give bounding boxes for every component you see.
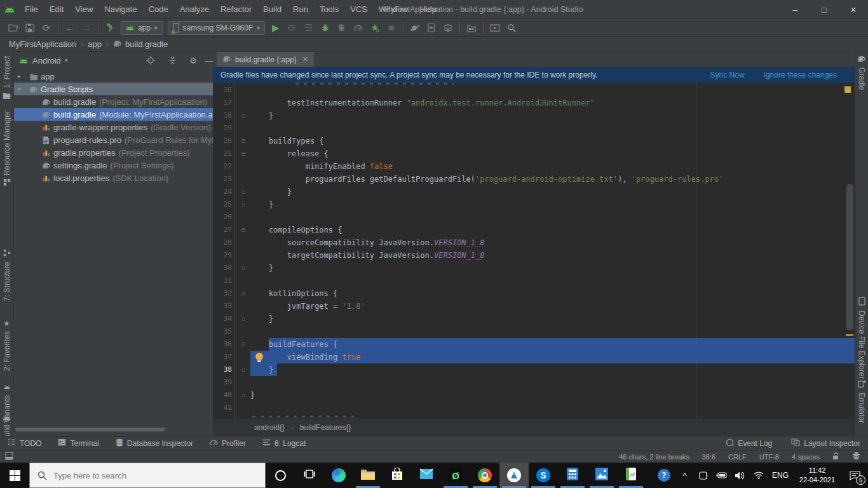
breadcrumb-item-app[interactable]: app — [88, 39, 102, 49]
menu-vcs[interactable]: VCS — [344, 4, 373, 14]
locate-file-icon[interactable] — [145, 55, 156, 66]
line-number[interactable]: 36 — [213, 338, 232, 351]
menu-code[interactable]: Code — [143, 4, 174, 14]
toolwindow-event-log[interactable]: Event Log — [726, 438, 772, 449]
code-line-18[interactable]: 18⌂ } — [213, 109, 855, 122]
tool-strip-emulator[interactable]: Emulator — [855, 380, 868, 423]
code-line-29[interactable]: 29 targetCompatibility JavaVersion.VERSI… — [213, 249, 855, 262]
menu-run[interactable]: Run — [287, 4, 314, 14]
edge-taskbar-button[interactable] — [324, 463, 353, 488]
help-icon[interactable]: ? — [653, 463, 675, 488]
tree-item-build-gradle[interactable]: build.gradle(Project: MyFirstApplicaatio… — [14, 95, 213, 108]
tool-strip-resource-manager[interactable]: Resource Manager — [0, 111, 13, 188]
tree-item-build-gradle[interactable]: build.gradle(Module: MyFirstApplicaation… — [14, 108, 213, 121]
settings-gear-icon[interactable]: ⚙ — [187, 55, 199, 66]
line-number[interactable]: 33 — [213, 300, 232, 313]
line-number[interactable]: 37 — [213, 351, 232, 363]
task-view-taskbar-button[interactable] — [295, 463, 324, 488]
code-line-24[interactable]: 24⌂ } — [213, 186, 855, 198]
minimize-button[interactable]: – — [780, 0, 810, 19]
line-number[interactable]: 39 — [213, 376, 232, 389]
line-number[interactable]: 31 — [213, 274, 232, 287]
code-line-36[interactable]: 36⊟ buildFeatures { — [213, 338, 855, 351]
line-number[interactable]: 25 — [213, 198, 232, 211]
tree-item-gradle-scripts[interactable]: ▾Gradle Scripts — [14, 83, 213, 95]
tool-strip-build-variants[interactable]: Build Variants — [0, 383, 13, 442]
line-number[interactable]: 26 — [213, 211, 232, 224]
tree-item-proguard-rules-pro[interactable]: proguard-rules.pro(ProGuard Rules for My… — [14, 133, 213, 146]
debug-icon[interactable] — [317, 20, 334, 36]
code-line-16[interactable]: 16 — [213, 84, 855, 97]
menu-navigate[interactable]: Navigate — [98, 4, 142, 14]
menu-analyze[interactable]: Analyze — [174, 4, 215, 14]
back-icon[interactable]: ← — [62, 20, 78, 36]
tool-strip-1-project[interactable]: 1: Project — [0, 56, 13, 101]
line-separator[interactable]: CRLF — [728, 453, 747, 461]
horizontal-scrollbar[interactable] — [15, 428, 165, 431]
taskbar-search[interactable] — [29, 463, 266, 488]
fold-start-icon[interactable]: ⊟ — [238, 287, 248, 300]
menu-file[interactable]: File — [19, 4, 44, 14]
line-number[interactable]: 22 — [213, 160, 232, 173]
code-line-19[interactable]: 19 — [213, 122, 855, 135]
sdk-manager-icon[interactable] — [440, 20, 456, 36]
chrome-taskbar-button[interactable] — [470, 463, 499, 488]
ignore-changes-link[interactable]: Ignore these changes — [764, 71, 837, 79]
code-line-25[interactable]: 25⌂ } — [213, 198, 855, 211]
language-indicator[interactable]: ENG — [768, 463, 793, 488]
indent-setting[interactable]: 4 spaces — [792, 453, 820, 461]
code-line-22[interactable]: 22 minifyEnabled false — [213, 160, 855, 173]
tree-item-gradle-properties[interactable]: gradle.properties(Project Properties) — [14, 146, 213, 159]
menu-view[interactable]: View — [69, 4, 98, 14]
sync-now-link[interactable]: Sync Now — [710, 71, 745, 79]
line-number[interactable]: 30 — [213, 262, 232, 274]
slashed-o-app-taskbar-button[interactable]: Ø — [441, 463, 470, 488]
line-number[interactable]: 35 — [213, 325, 232, 338]
cortana-taskbar-button[interactable] — [266, 463, 295, 488]
layout-validation-icon[interactable] — [487, 20, 503, 36]
skype-taskbar-button[interactable]: S — [529, 463, 558, 488]
code-line-32[interactable]: 32⊟ kotlinOptions { — [213, 287, 855, 300]
toolwindow-database[interactable]: Database Inspector — [116, 438, 193, 449]
code-line-20[interactable]: 20⊟ buildTypes { — [213, 135, 855, 147]
fold-start-icon[interactable]: ⊟ — [238, 147, 248, 160]
maximize-button[interactable]: □ — [810, 0, 839, 19]
device-manager-icon[interactable] — [423, 20, 440, 36]
close-button[interactable]: ✕ — [839, 0, 868, 19]
start-button[interactable] — [0, 463, 29, 488]
notes-app-taskbar-button[interactable] — [616, 463, 646, 488]
tree-item-settings-gradle[interactable]: settings.gradle(Project Settings) — [14, 159, 213, 172]
file-encoding[interactable]: UTF-8 — [759, 453, 779, 461]
line-number[interactable]: 23 — [213, 173, 232, 186]
tablet-mode-icon[interactable] — [694, 463, 712, 488]
view-selector[interactable]: Android — [32, 56, 61, 65]
line-number[interactable]: 34 — [213, 313, 232, 325]
open-icon[interactable] — [5, 20, 22, 36]
line-number[interactable]: 18 — [213, 109, 232, 122]
device-dropdown[interactable]: samsung SM-G960F ▾ — [168, 21, 265, 35]
code-line-31[interactable]: 31 — [213, 274, 855, 287]
code-line-17[interactable]: 17 testInstrumentationRunner "androidx.t… — [213, 97, 855, 109]
chevron-right-icon[interactable]: ▸ — [18, 73, 24, 79]
line-number[interactable]: 21 — [213, 147, 232, 160]
tool-strip-7-structure[interactable]: 7: Structure — [0, 249, 13, 301]
action-center-icon[interactable]: 5 — [841, 463, 868, 488]
line-number[interactable]: 19 — [213, 122, 232, 135]
tool-strip-device-file-explorer[interactable]: Device File Explorer — [855, 297, 868, 379]
clock[interactable]: 11:42 22-04-2021 — [793, 463, 841, 488]
build-hammer-icon[interactable] — [102, 20, 118, 36]
fold-start-icon[interactable]: ⊟ — [238, 338, 248, 351]
code-breadcrumb-0[interactable]: android{} — [254, 423, 285, 432]
save-icon[interactable] — [22, 20, 38, 36]
tree-item-app[interactable]: ▸app — [14, 70, 213, 83]
breadcrumb-item-myfirstapplication[interactable]: MyFirstApplication — [9, 39, 76, 49]
photos-taskbar-button[interactable] — [587, 463, 616, 488]
toolwindow-layout-inspector[interactable]: Layout Inspector — [791, 438, 860, 449]
sync-icon[interactable]: ⟳ — [38, 20, 55, 36]
line-number[interactable]: 40 — [213, 389, 232, 402]
run-icon[interactable]: ▶ — [268, 20, 284, 36]
code-line-23[interactable]: 23 proguardFiles getDefaultProguardFile(… — [213, 173, 855, 186]
code-line-21[interactable]: 21⊟ release { — [213, 147, 855, 160]
battery-icon[interactable] — [712, 463, 731, 488]
toolwindow-todo[interactable]: TODO — [8, 438, 41, 449]
